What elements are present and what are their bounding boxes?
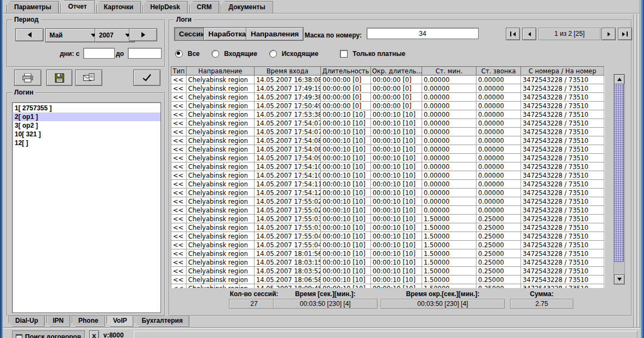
table-row[interactable]: <<Chelyabinsk region14.05.2007 17:54:070… [171,119,604,128]
table-cell: 00:00:10 [10] [321,119,371,128]
prev-month-button[interactable] [15,28,44,41]
table-row[interactable]: <<Chelyabinsk region14.05.2007 17:54:100… [171,162,604,171]
table-row[interactable]: <<Chelyabinsk region14.05.2007 17:55:040… [171,241,604,249]
last-page-button[interactable] [618,28,632,40]
table-row[interactable]: <<Chelyabinsk region14.05.2007 16:38:080… [171,76,604,84]
table-cell: 0.00000 [476,119,521,128]
bottom-tab[interactable]: Dial-Up [9,316,45,327]
table-row[interactable]: <<Chelyabinsk region14.05.2007 17:54:100… [171,171,604,180]
panel-bottom-line [3,327,640,328]
bottom-tab[interactable]: IPN [46,316,70,327]
next-month-button[interactable] [129,28,157,41]
first-page-button[interactable] [506,28,520,40]
first-page-icon [510,32,511,36]
table-cell: 00:00:10 [10] [371,276,422,284]
column-header[interactable]: Ст. мин. [422,67,476,76]
table-row[interactable]: <<Chelyabinsk region14.05.2007 17:55:040… [171,232,604,241]
table-cell: 00:00:00 [0] [321,102,371,110]
table-cell: 00:00:00 [0] [321,84,371,93]
radio-all[interactable] [175,50,183,58]
table-row[interactable]: <<Chelyabinsk region14.05.2007 17:54:110… [171,180,604,189]
table-row[interactable]: <<Chelyabinsk region14.05.2007 18:06:580… [171,276,604,284]
scrollbar-thumb[interactable] [614,84,624,262]
top-tab[interactable]: Документы [221,1,273,13]
column-header[interactable]: Направление [187,67,255,76]
table-cell: 3472543228 / 73510 [521,84,604,93]
table-row[interactable]: <<Chelyabinsk region14.05.2007 18:09:450… [171,284,604,289]
table-row[interactable]: <<Chelyabinsk region14.05.2007 18:01:560… [171,249,604,258]
table-row[interactable]: <<Chelyabinsk region14.05.2007 17:49:190… [171,84,604,93]
table-row[interactable]: <<Chelyabinsk region14.05.2007 17:54:070… [171,128,604,136]
table-row[interactable]: <<Chelyabinsk region14.05.2007 17:53:380… [171,110,604,119]
table-row[interactable]: <<Chelyabinsk region14.05.2007 17:54:080… [171,145,604,154]
table-cell: 0.00000 [476,145,521,154]
radio-outgoing[interactable] [269,50,277,58]
table-row[interactable]: <<Chelyabinsk region14.05.2007 18:03:520… [171,267,604,276]
table-row[interactable]: <<Chelyabinsk region14.05.2007 17:55:020… [171,197,604,206]
top-tab[interactable]: CRM [189,1,219,13]
column-header[interactable]: Тип [171,67,187,76]
table-cell: 0.00000 [476,189,521,197]
mail-report-button[interactable] [75,70,102,86]
login-list[interactable]: 1[ 2757355 ]2[ op1 ]3[ op2 ]10[ 321 ]12[… [12,102,161,313]
top-tab[interactable]: Карточки [96,1,141,13]
mask-input[interactable] [367,28,479,39]
table-row[interactable]: <<Chelyabinsk region14.05.2007 17:49:380… [171,93,604,102]
column-header[interactable]: Ст. звонка [476,67,521,76]
column-header[interactable]: Длительность [321,67,371,76]
prev-page-button[interactable] [522,28,536,40]
table-row[interactable]: <<Chelyabinsk region14.05.2007 17:54:120… [171,189,604,197]
table-cell: 00:00:10 [10] [321,197,371,206]
month-select[interactable]: Май [45,28,101,42]
top-tab[interactable]: HelpDesk [143,1,188,13]
table-row[interactable]: <<Chelyabinsk region14.05.2007 17:54:080… [171,136,604,145]
table-row[interactable]: <<Chelyabinsk region14.05.2007 18:03:150… [171,258,604,267]
scroll-down-button[interactable] [614,274,624,284]
table-row[interactable]: <<Chelyabinsk region14.05.2007 17:54:090… [171,154,604,162]
table-row[interactable]: <<Chelyabinsk region14.05.2007 17:55:020… [171,206,604,215]
column-header[interactable]: Окр. длитель... [371,67,422,76]
column-header[interactable]: Время входа [255,67,321,76]
top-tab[interactable]: Параметры [7,1,59,13]
days-from-input[interactable] [83,48,115,59]
days-to-input[interactable] [128,48,162,59]
mode-button[interactable]: Наработка [203,27,251,41]
table-cell: 3472543228 / 73510 [521,276,604,284]
table-cell: Chelyabinsk region [187,136,255,145]
radio-incoming[interactable] [212,50,219,58]
table-cell: 3472543228 / 73510 [521,119,604,128]
radio-all-label: Все [188,50,200,58]
apply-button[interactable] [133,70,160,86]
sessions-table: ТипНаправлениеВремя входаДлительностьОкр… [171,66,605,288]
scroll-down-icon [617,278,622,281]
list-item[interactable]: 10[ 321 ] [13,130,160,139]
scroll-up-button[interactable] [614,74,624,84]
frame-tab-search-contracts[interactable]: Поиск договоров [12,330,85,338]
top-tab[interactable]: Отчет [60,0,95,13]
table-row[interactable]: <<Chelyabinsk region14.05.2007 17:50:490… [171,102,604,110]
list-item[interactable]: 2[ op1 ] [13,112,160,121]
bottom-tab[interactable]: VoIP [107,316,134,327]
bottom-tab[interactable]: Бухгалтерия [135,316,189,327]
next-page-button[interactable] [602,28,616,40]
table-cell: 0.25000 [476,249,521,258]
table-row[interactable]: <<Chelyabinsk region14.05.2007 17:55:030… [171,223,604,232]
column-header[interactable]: С номера / На номер [521,67,604,76]
mail-report-icon [83,73,95,83]
table-row[interactable]: <<Chelyabinsk region14.05.2007 17:55:030… [171,215,604,223]
table-cell: 1.50000 [422,267,476,276]
table-cell: 0.00000 [476,110,521,119]
print-button[interactable] [14,70,41,86]
table-scrollbar[interactable] [614,74,625,285]
list-item[interactable]: 12[ ] [13,139,160,147]
save-button[interactable] [46,70,72,86]
version-tab[interactable]: v:8000 [103,331,123,338]
summary-time: Время [сек.][мин.]: 00:03:50 [230] [4] [273,290,377,309]
mode-button[interactable]: Направления [246,27,304,41]
paid-only-checkbox[interactable] [340,50,348,58]
bottom-tab[interactable]: Phone [72,316,105,327]
list-item[interactable]: 1[ 2757355 ] [13,104,160,112]
login-group-title: Логин [12,89,35,96]
list-item[interactable]: 3[ op2 ] [13,121,160,130]
close-button[interactable]: x [89,330,99,338]
